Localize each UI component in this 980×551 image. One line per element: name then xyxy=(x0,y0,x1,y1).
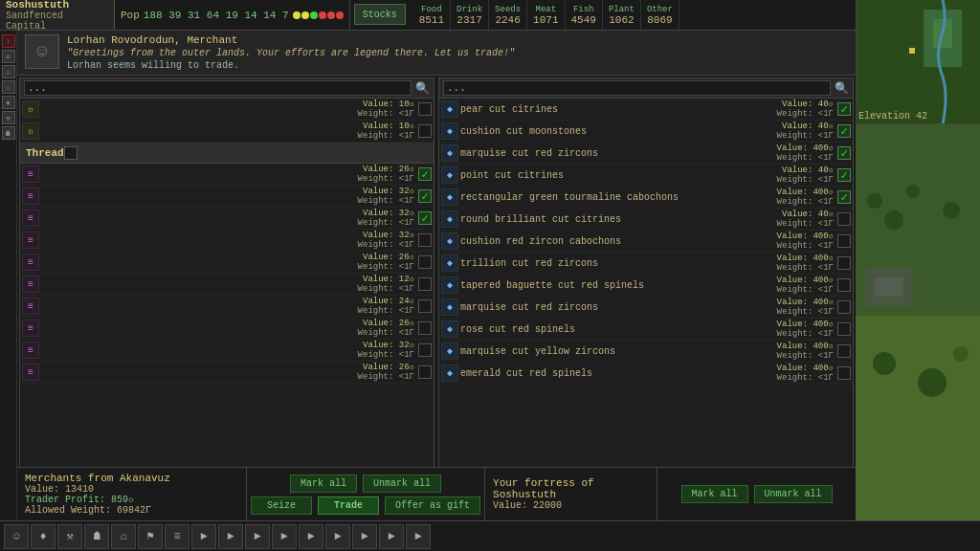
item-checkbox[interactable] xyxy=(418,277,432,291)
item-checkbox[interactable] xyxy=(837,212,851,226)
item-checkbox[interactable] xyxy=(418,299,432,313)
item-checkbox[interactable]: ✓ xyxy=(837,190,851,204)
left-item-row[interactable]: ≡ Value: 26☼ Weight: <1Γ xyxy=(20,362,434,384)
right-item-row[interactable]: ◆ marquise cut yellow zircons Value: 400… xyxy=(439,341,853,363)
sidebar-icon-3[interactable]: ⌂ xyxy=(2,80,15,94)
taskbar-btn-arrow5[interactable]: ► xyxy=(299,524,323,549)
left-search-input[interactable] xyxy=(24,80,412,96)
sidebar-icon-6[interactable]: ☗ xyxy=(2,126,15,140)
seize-button[interactable]: Seize xyxy=(251,496,312,515)
right-search-input[interactable] xyxy=(443,80,831,96)
item-checkbox[interactable] xyxy=(418,124,432,138)
item-checkbox[interactable] xyxy=(837,278,851,292)
item-checkbox[interactable]: ✓ xyxy=(837,124,851,138)
item-icon: ≡ xyxy=(22,209,39,227)
right-item-row[interactable]: ◆ rectangular green tourmaline cabochons… xyxy=(439,187,853,209)
res-drink: Drink 2317 xyxy=(451,0,489,30)
taskbar-btn-menu[interactable]: ≡ xyxy=(165,524,189,549)
item-icon: ◆ xyxy=(441,100,458,118)
right-buttons: Mark all Unmark all xyxy=(657,468,856,520)
item-checkbox[interactable] xyxy=(837,322,851,336)
taskbar-btn-house[interactable]: ⌂ xyxy=(111,524,136,549)
left-item-row[interactable]: ≡ Value: 32☼ Weight: <1Γ ✓ xyxy=(20,208,434,230)
item-weight: Weight: <1Γ xyxy=(777,197,834,207)
item-value: Value: 32☼ xyxy=(363,231,414,240)
left-item-row[interactable]: ≡ Value: 32☼ Weight: <1Γ xyxy=(20,230,434,252)
item-checkbox[interactable] xyxy=(418,102,432,116)
left-item-row[interactable]: Thread xyxy=(20,143,434,164)
taskbar-btn-flag[interactable]: ⚑ xyxy=(138,524,163,549)
right-mark-all-button[interactable]: Mark all xyxy=(681,485,748,503)
left-item-row[interactable]: ☼ Value: 10☼ Weight: <1Γ xyxy=(20,121,434,143)
right-item-row[interactable]: ◆ emerald cut red spinels Value: 400☼ We… xyxy=(439,363,853,385)
item-checkbox[interactable] xyxy=(418,321,432,335)
left-item-row[interactable]: ≡ Value: 26☼ Weight: <1Γ xyxy=(20,252,434,274)
item-value-weight: Value: 40☼ Weight: <1Γ xyxy=(777,165,834,185)
taskbar-btn-arrow3[interactable]: ► xyxy=(245,524,270,549)
left-item-row[interactable]: ≡ Value: 26☼ Weight: <1Γ ✓ xyxy=(20,164,434,186)
taskbar-btn-dwarf[interactable]: ☺ xyxy=(4,524,29,549)
taskbar-btn-arrow7[interactable]: ► xyxy=(352,524,377,549)
right-item-row[interactable]: ◆ marquise cut red zircons Value: 400☼ W… xyxy=(439,143,853,165)
left-mark-all-button[interactable]: Mark all xyxy=(290,474,357,493)
left-item-row[interactable]: ☼ Value: 10☼ Weight: <1Γ xyxy=(20,99,434,121)
left-item-row[interactable]: ≡ Value: 32☼ Weight: <1Γ ✓ xyxy=(20,186,434,208)
offer-gift-button[interactable]: Offer as gift xyxy=(385,496,480,515)
item-checkbox[interactable]: ✓ xyxy=(418,167,432,181)
item-checkbox[interactable]: ✓ xyxy=(418,211,432,225)
item-checkbox[interactable] xyxy=(418,343,432,357)
right-item-row[interactable]: ◆ round brilliant cut citrines Value: 40… xyxy=(439,209,853,231)
item-checkbox[interactable] xyxy=(418,365,432,379)
item-icon: ≡ xyxy=(22,298,39,315)
taskbar-btn-arrow2[interactable]: ► xyxy=(218,524,243,549)
right-item-row[interactable]: ◆ trillion cut red zircons Value: 400☼ W… xyxy=(439,253,853,275)
right-item-row[interactable]: ◆ rose cut red spinels Value: 400☼ Weigh… xyxy=(439,319,853,341)
item-checkbox[interactable] xyxy=(418,255,432,269)
item-checkbox[interactable] xyxy=(418,233,432,247)
item-name: pear cut citrines xyxy=(460,104,777,115)
item-checkbox[interactable] xyxy=(837,256,851,270)
taskbar-btn-gem[interactable]: ♦ xyxy=(31,524,56,549)
elevation-label: Elevation 42 xyxy=(858,111,927,121)
right-item-row[interactable]: ◆ cushion red zircon cabochons Value: 40… xyxy=(439,231,853,253)
item-checkbox[interactable]: ✓ xyxy=(837,146,851,160)
right-item-row[interactable]: ◆ pear cut citrines Value: 40☼ Weight: <… xyxy=(439,99,853,121)
left-item-row[interactable]: ≡ Value: 32☼ Weight: <1Γ xyxy=(20,340,434,362)
item-checkbox[interactable] xyxy=(837,344,851,358)
right-unmark-all-button[interactable]: Unmark all xyxy=(754,485,833,503)
item-checkbox[interactable]: ✓ xyxy=(418,189,432,203)
top-bar: Soshustuth Sandfenced Capital Pop 188 39… xyxy=(0,0,980,31)
item-weight: Weight: <1Γ xyxy=(358,131,414,141)
item-checkbox[interactable] xyxy=(837,366,851,380)
taskbar-btn-chess[interactable]: ☗ xyxy=(84,524,109,549)
taskbar-btn-arrow4[interactable]: ► xyxy=(272,524,297,549)
item-checkbox[interactable]: ✓ xyxy=(837,168,851,182)
taskbar-btn-arrow9[interactable]: ► xyxy=(406,524,431,549)
sidebar-icon-5[interactable]: ⚒ xyxy=(2,111,15,124)
taskbar-btn-craft[interactable]: ⚒ xyxy=(57,524,82,549)
left-search-icon[interactable]: 🔍 xyxy=(415,81,430,96)
trade-button[interactable]: Trade xyxy=(318,496,379,515)
taskbar-btn-arrow6[interactable]: ► xyxy=(325,524,350,549)
taskbar-btn-arrow8[interactable]: ► xyxy=(379,524,404,549)
bottom-area: Merchants from Akanavuz Value: 13410 Tra… xyxy=(17,467,856,520)
item-checkbox[interactable] xyxy=(837,300,851,314)
item-checkbox[interactable]: ✓ xyxy=(837,102,851,116)
sidebar-icon-1[interactable]: ≡ xyxy=(2,50,15,63)
sidebar-icon-alert[interactable]: ! xyxy=(2,34,15,48)
stocks-button[interactable]: Stocks xyxy=(354,4,406,25)
right-item-row[interactable]: ◆ tapered baguette cut red spinels Value… xyxy=(439,275,853,297)
left-unmark-all-button[interactable]: Unmark all xyxy=(363,474,441,493)
item-icon: ☼ xyxy=(22,122,39,140)
sidebar-icon-4[interactable]: ♦ xyxy=(2,96,15,109)
right-item-row[interactable]: ◆ cushion cut moonstones Value: 40☼ Weig… xyxy=(439,121,853,143)
left-item-row[interactable]: ≡ Value: 26☼ Weight: <1Γ xyxy=(20,318,434,340)
taskbar-btn-arrow1[interactable]: ► xyxy=(191,524,216,549)
right-item-row[interactable]: ◆ point cut citrines Value: 40☼ Weight: … xyxy=(439,165,853,187)
right-search-icon[interactable]: 🔍 xyxy=(835,81,849,96)
sidebar-icon-2[interactable]: ☺ xyxy=(2,65,15,78)
right-item-row[interactable]: ◆ marquise cut red zircons Value: 400☼ W… xyxy=(439,297,853,319)
item-checkbox[interactable] xyxy=(837,234,851,248)
left-item-row[interactable]: ≡ Value: 12☼ Weight: <1Γ xyxy=(20,274,434,296)
left-item-row[interactable]: ≡ Value: 24☼ Weight: <1Γ xyxy=(20,296,434,318)
